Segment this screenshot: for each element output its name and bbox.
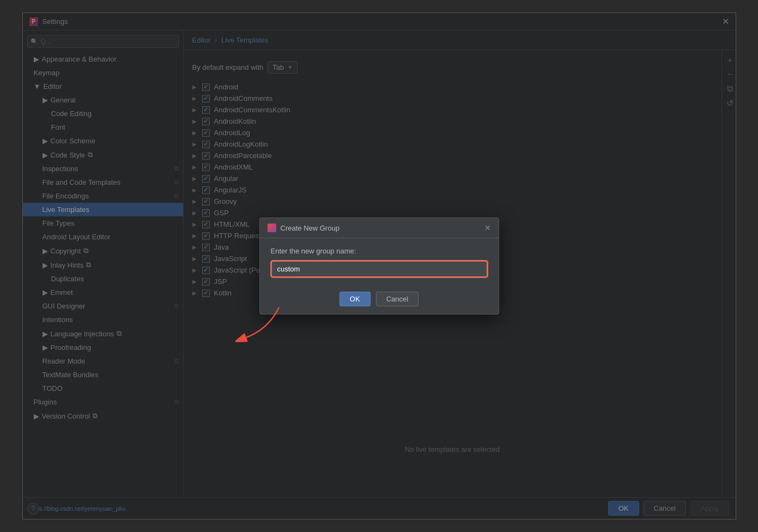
- modal-close-button[interactable]: ✕: [484, 223, 491, 232]
- modal-title: Create New Group: [281, 224, 339, 232]
- modal-overlay: Create New Group ✕ Enter the new group n…: [23, 13, 736, 519]
- modal-cancel-button[interactable]: Cancel: [376, 292, 419, 306]
- modal-footer: OK Cancel: [260, 286, 499, 314]
- modal-app-icon: [268, 223, 276, 232]
- modal-body: Enter the new group name:: [260, 238, 499, 286]
- modal-dialog: Create New Group ✕ Enter the new group n…: [259, 217, 499, 315]
- settings-window: P Settings ✕ 🔍 ▶ Appearance & Behavior K…: [22, 13, 736, 519]
- modal-title-bar: Create New Group ✕: [260, 218, 499, 238]
- modal-group-name-input[interactable]: [271, 261, 488, 277]
- modal-label: Enter the new group name:: [271, 247, 488, 255]
- modal-ok-button[interactable]: OK: [339, 292, 371, 306]
